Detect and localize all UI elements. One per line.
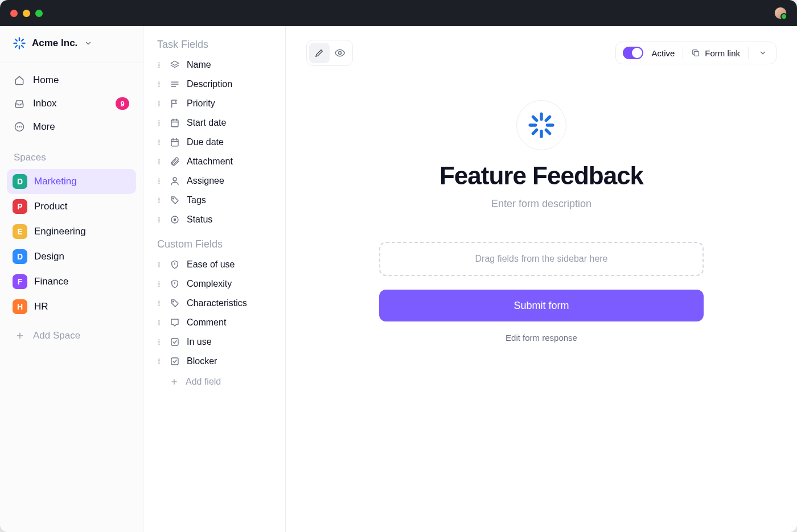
drag-handle-icon[interactable]: ⁞⁞ — [157, 80, 163, 89]
drag-handle-icon[interactable]: ⁞⁞ — [157, 337, 163, 347]
window-minimize-button[interactable] — [23, 10, 30, 17]
svg-rect-35 — [695, 51, 699, 56]
submit-button[interactable]: Submit form — [379, 290, 704, 321]
field-item[interactable]: ⁞⁞Priority — [155, 94, 278, 113]
field-label: Ease of use — [187, 259, 235, 270]
sidebar-item-space[interactable]: DMarketing — [7, 169, 136, 194]
field-item[interactable]: ⁞⁞Name — [155, 55, 278, 75]
drag-handle-icon[interactable]: ⁞⁞ — [157, 176, 163, 185]
preview-mode-button[interactable] — [330, 43, 350, 63]
inbox-icon — [14, 98, 25, 109]
field-label: Start date — [187, 118, 226, 128]
drag-handle-icon[interactable]: ⁞⁞ — [157, 357, 163, 366]
field-item[interactable]: ⁞⁞Tags — [155, 191, 278, 210]
drag-handle-icon[interactable]: ⁞⁞ — [157, 60, 163, 69]
edit-mode-button[interactable] — [309, 43, 330, 63]
space-badge-icon: H — [13, 299, 27, 314]
spaces-heading: Spaces — [0, 138, 143, 167]
workspace-logo-icon — [13, 36, 26, 50]
sidebar-item-space[interactable]: FFinance — [7, 269, 136, 294]
add-field-button[interactable]: Add field — [155, 371, 278, 393]
flag-icon — [170, 98, 180, 109]
svg-point-28 — [174, 218, 176, 221]
fields-panel: Task Fields ⁞⁞Name⁞⁞Description⁞⁞Priorit… — [143, 26, 286, 532]
workspace-name: Acme Inc. — [32, 38, 77, 49]
task-fields-heading: Task Fields — [155, 38, 278, 55]
field-label: Description — [187, 79, 232, 89]
nav-inbox[interactable]: Inbox 9 — [7, 92, 136, 116]
field-item[interactable]: ⁞⁞Assignee — [155, 171, 278, 191]
svg-point-10 — [19, 127, 20, 127]
nav-home[interactable]: Home — [7, 69, 136, 92]
field-dropzone[interactable]: Drag fields from the sidebar here — [379, 242, 704, 276]
form-canvas: Active Form link — [286, 26, 797, 532]
space-label: Engineering — [34, 226, 86, 237]
space-badge-icon: E — [13, 224, 27, 239]
plus-icon — [14, 329, 26, 342]
field-label: Due date — [187, 137, 224, 147]
field-item[interactable]: ⁞⁞Description — [155, 75, 278, 94]
drag-handle-icon[interactable]: ⁞⁞ — [157, 260, 163, 269]
space-badge-icon: D — [13, 249, 27, 264]
window-zoom-button[interactable] — [35, 10, 43, 17]
custom-fields-heading: Custom Fields — [155, 237, 278, 255]
add-space-button[interactable]: Add Space — [7, 324, 136, 348]
sidebar-item-space[interactable]: HHR — [7, 294, 136, 319]
field-item[interactable]: ⁞⁞Due date — [155, 133, 278, 152]
form-title[interactable]: Feature Feedback — [439, 162, 643, 190]
svg-point-29 — [172, 301, 174, 302]
sidebar-item-space[interactable]: EEngineering — [7, 219, 136, 244]
home-icon — [14, 75, 25, 86]
sidebar-item-space[interactable]: PProduct — [7, 194, 136, 219]
drag-handle-icon[interactable]: ⁞⁞ — [157, 196, 163, 205]
field-label: Assignee — [187, 176, 224, 186]
drag-handle-icon[interactable]: ⁞⁞ — [157, 99, 163, 108]
field-label: Complexity — [187, 279, 232, 289]
svg-line-42 — [533, 130, 536, 133]
field-item[interactable]: ⁞⁞Attachment — [155, 152, 278, 171]
field-item[interactable]: ⁞⁞Blocker — [155, 352, 278, 371]
avatar[interactable] — [774, 7, 787, 19]
field-item[interactable]: ⁞⁞Start date — [155, 113, 278, 133]
submit-label: Submit form — [513, 300, 569, 311]
sidebar-item-space[interactable]: DDesign — [7, 244, 136, 269]
mac-titlebar — [0, 0, 797, 26]
shield-icon — [170, 259, 180, 270]
svg-point-9 — [17, 127, 18, 127]
drag-handle-icon[interactable]: ⁞⁞ — [157, 318, 163, 327]
drag-handle-icon[interactable]: ⁞⁞ — [157, 299, 163, 308]
svg-rect-21 — [171, 139, 178, 146]
window-close-button[interactable] — [10, 10, 18, 17]
form-description-placeholder[interactable]: Enter form description — [491, 198, 591, 210]
chevron-down-icon — [759, 49, 767, 57]
drag-handle-icon[interactable]: ⁞⁞ — [157, 215, 163, 224]
drag-handle-icon[interactable]: ⁞⁞ — [157, 279, 163, 288]
drag-handle-icon[interactable]: ⁞⁞ — [157, 138, 163, 147]
field-item[interactable]: ⁞⁞Status — [155, 210, 278, 229]
field-item[interactable]: ⁞⁞In use — [155, 332, 278, 352]
space-label: Design — [34, 251, 64, 262]
form-brand-icon[interactable] — [516, 100, 566, 150]
workspace-picker[interactable]: Acme Inc. — [0, 26, 143, 63]
active-label: Active — [651, 48, 675, 58]
active-toggle[interactable] — [623, 47, 643, 59]
edit-response-link[interactable]: Edit form response — [506, 333, 577, 343]
field-label: Attachment — [187, 156, 233, 167]
drag-handle-icon[interactable]: ⁞⁞ — [157, 118, 163, 127]
text-icon — [170, 79, 180, 89]
form-link-button[interactable]: Form link — [691, 48, 740, 58]
space-badge-icon: P — [13, 199, 27, 214]
drag-handle-icon[interactable]: ⁞⁞ — [157, 157, 163, 166]
status-dropdown-button[interactable] — [757, 49, 769, 57]
field-item[interactable]: ⁞⁞Characteristics — [155, 294, 278, 313]
nav-more[interactable]: More — [7, 116, 136, 138]
field-item[interactable]: ⁞⁞Ease of use — [155, 255, 278, 274]
space-label: Finance — [34, 276, 68, 287]
field-item[interactable]: ⁞⁞Complexity — [155, 274, 278, 294]
svg-line-40 — [533, 117, 536, 120]
field-item[interactable]: ⁞⁞Comment — [155, 313, 278, 332]
svg-line-41 — [546, 130, 549, 133]
space-label: HR — [34, 301, 48, 312]
svg-line-43 — [546, 117, 549, 120]
separator — [683, 47, 683, 59]
